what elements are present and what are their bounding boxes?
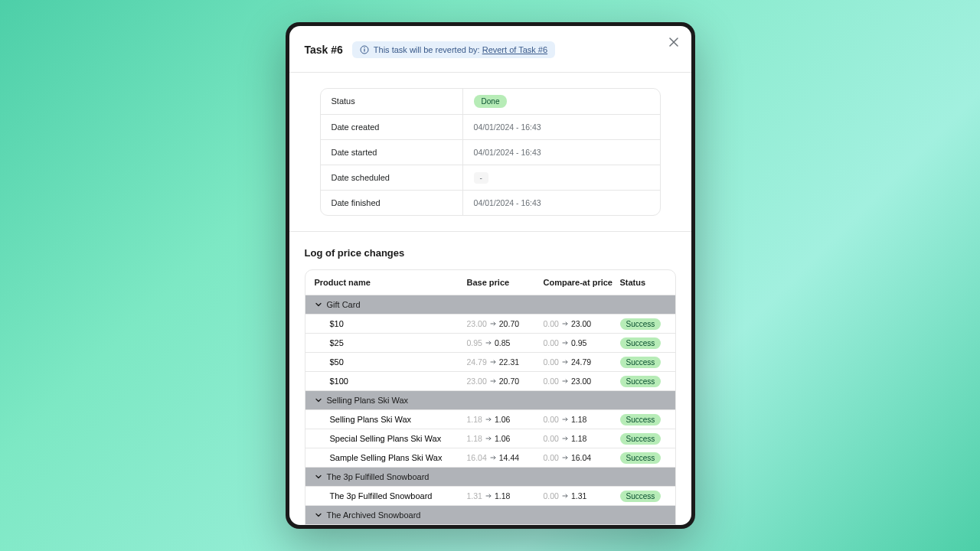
new-price: 1.06 (495, 434, 510, 443)
compare-price-cell: 0.0016.04 (544, 453, 620, 462)
status-value: 04/01/2024 - 16:43 (463, 140, 660, 165)
status-row: Date finished04/01/2024 - 16:43 (321, 191, 660, 215)
arrow-right-icon (562, 416, 568, 422)
svg-point-1 (364, 47, 364, 48)
old-price: 0.00 (544, 377, 559, 386)
status-value: 04/01/2024 - 16:43 (463, 191, 660, 215)
row-status: Success (620, 319, 666, 328)
arrow-right-icon (485, 416, 492, 422)
variant-name: $10 (330, 319, 467, 328)
new-price: 1.18 (495, 491, 510, 500)
new-price: 1.06 (495, 415, 510, 424)
old-price: 23.00 (467, 377, 487, 386)
new-price: 14.44 (499, 453, 519, 462)
compare-price-cell: 0.001.31 (544, 491, 620, 500)
old-price: 23.00 (467, 319, 487, 328)
svg-rect-2 (364, 49, 364, 52)
old-price: 1.31 (467, 491, 482, 500)
old-price: 16.04 (467, 453, 487, 462)
table-row: Special Selling Plans Ski Wax1.181.060.0… (305, 429, 675, 448)
info-icon (360, 45, 369, 54)
compare-price-cell: 0.0024.79 (544, 357, 620, 367)
new-price: 16.04 (571, 453, 591, 462)
group-name: Selling Plans Ski Wax (327, 396, 409, 405)
group-header[interactable]: The Archived Snowboard (305, 506, 675, 525)
arrow-right-icon (562, 378, 568, 384)
new-price: 1.18 (571, 434, 586, 443)
close-icon (669, 37, 678, 47)
info-prefix: This task will be reverted by: (374, 45, 482, 54)
status-row: Date started04/01/2024 - 16:43 (321, 140, 660, 165)
variant-name: Sample Selling Plans Ski Wax (330, 453, 467, 462)
old-price: 0.00 (544, 415, 559, 424)
chevron-down-icon (315, 511, 322, 519)
old-price: 0.00 (544, 453, 559, 462)
status-card: StatusDoneDate created04/01/2024 - 16:43… (320, 88, 661, 216)
old-price: 0.00 (544, 319, 559, 328)
status-label: Date created (321, 115, 463, 139)
arrow-right-icon (485, 340, 492, 346)
compare-price-cell: 0.000.95 (544, 338, 620, 347)
status-value: - (463, 165, 660, 190)
arrow-right-icon (490, 321, 496, 327)
arrow-right-icon (562, 435, 568, 442)
arrow-right-icon (562, 493, 568, 499)
group-name: The 3p Fulfilled Snowboard (327, 472, 430, 481)
col-status: Status (620, 278, 666, 287)
table-header: Product name Base price Compare-at price… (305, 270, 675, 295)
old-price: 0.00 (544, 434, 559, 443)
group-name: The Archived Snowboard (327, 510, 421, 520)
page-title: Task #6 (305, 44, 343, 56)
base-price-cell: 23.0020.70 (467, 377, 544, 386)
log-title: Log of price changes (305, 247, 676, 259)
group-header[interactable]: Gift Card (305, 295, 675, 315)
arrow-right-icon (562, 340, 568, 346)
row-status: Success (620, 491, 666, 500)
status-label: Date scheduled (321, 165, 463, 190)
success-badge: Success (620, 318, 662, 330)
row-status: Success (620, 434, 666, 443)
new-price: 0.95 (571, 338, 586, 347)
table-row: The 3p Fulfilled Snowboard1.311.180.001.… (305, 487, 675, 506)
arrow-right-icon (490, 455, 496, 461)
modal-content[interactable]: Task #6 This task will be reverted by: R… (289, 26, 691, 525)
old-price: 0.00 (544, 491, 559, 500)
table-row: $1023.0020.700.0023.00Success (305, 315, 675, 334)
variant-name: Selling Plans Ski Wax (330, 415, 467, 424)
group-header[interactable]: Selling Plans Ski Wax (305, 391, 675, 410)
group-name: Gift Card (327, 300, 361, 309)
arrow-right-icon (490, 359, 496, 365)
done-badge: Done (474, 95, 508, 108)
table-row: $5024.7922.310.0024.79Success (305, 353, 675, 372)
table-row: $250.950.850.000.95Success (305, 334, 675, 353)
status-label: Date finished (321, 191, 463, 215)
group-header[interactable]: The 3p Fulfilled Snowboard (305, 468, 675, 487)
arrow-right-icon (562, 359, 568, 365)
old-price: 0.95 (467, 338, 482, 347)
close-button[interactable] (667, 35, 681, 49)
chevron-down-icon (315, 301, 322, 308)
old-price: 0.00 (544, 357, 559, 367)
old-price: 24.79 (467, 357, 487, 367)
compare-price-cell: 0.0023.00 (544, 377, 620, 386)
old-price: 1.18 (467, 415, 482, 424)
table-row: Sample Selling Plans Ski Wax16.0414.440.… (305, 448, 675, 468)
status-value: 04/01/2024 - 16:43 (463, 115, 660, 139)
variant-name: Special Selling Plans Ski Wax (330, 434, 467, 443)
info-badge: This task will be reverted by: Revert of… (352, 41, 555, 58)
chevron-down-icon (315, 396, 322, 404)
new-price: 22.31 (499, 357, 519, 367)
new-price: 20.70 (499, 377, 519, 386)
arrow-right-icon (562, 321, 568, 327)
base-price-cell: 0.950.85 (467, 338, 544, 347)
base-price-cell: 16.0414.44 (467, 453, 544, 462)
old-price: 1.18 (467, 434, 482, 443)
table-row: Selling Plans Ski Wax1.181.060.001.18Suc… (305, 410, 675, 429)
revert-link[interactable]: Revert of Task #6 (482, 45, 547, 54)
row-status: Success (620, 415, 666, 424)
base-price-cell: 23.0020.70 (467, 319, 544, 328)
success-badge: Success (620, 376, 662, 387)
row-status: Success (620, 338, 666, 347)
col-product-name: Product name (315, 278, 467, 287)
new-price: 20.70 (499, 319, 519, 328)
